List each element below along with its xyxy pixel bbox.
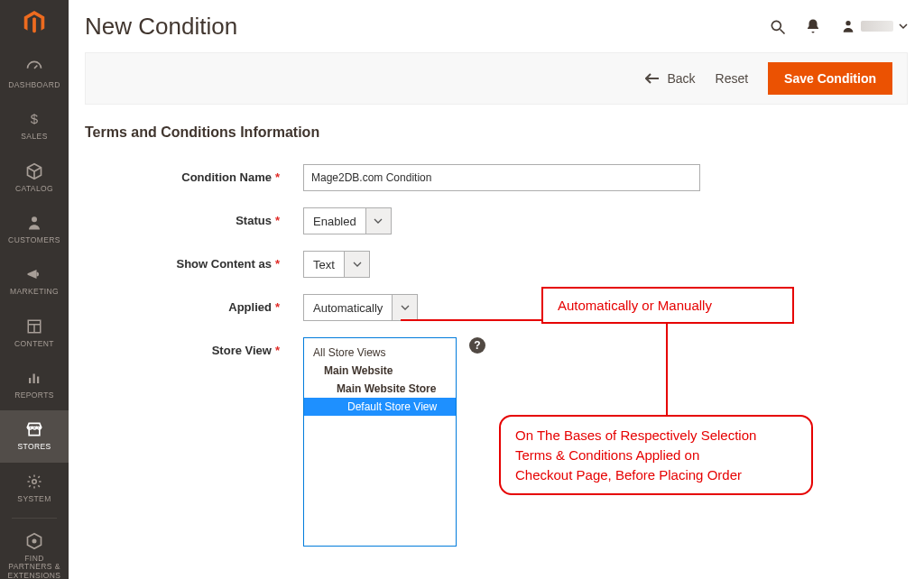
nav-label: MARKETING <box>10 288 59 296</box>
show-content-select[interactable]: Text <box>303 251 370 278</box>
label-show-content: Show Content as* <box>85 251 303 271</box>
back-label: Back <box>667 71 695 86</box>
label-store-view: Store View* <box>85 337 303 357</box>
layout-icon <box>24 317 44 336</box>
svg-rect-7 <box>37 377 39 384</box>
annotation-box-1: Automatically or Manually <box>541 287 794 324</box>
cube-icon <box>24 161 44 181</box>
dashboard-icon <box>24 58 44 78</box>
megaphone-icon <box>24 264 44 284</box>
chevron-down-icon <box>392 295 417 320</box>
reset-button[interactable]: Reset <box>716 71 749 86</box>
svg-point-12 <box>845 21 850 25</box>
store-view-option[interactable]: All Store Views <box>304 344 456 362</box>
nav-content[interactable]: CONTENT <box>0 308 69 359</box>
nav-marketing[interactable]: MARKETING <box>0 255 69 307</box>
svg-point-9 <box>32 539 35 542</box>
action-bar: Back Reset Save Condition <box>85 52 908 105</box>
store-view-option[interactable]: Default Store View <box>304 398 456 416</box>
bar-chart-icon <box>24 368 44 388</box>
main-content: New Condition Back Reset Save Condition … <box>69 0 924 579</box>
applied-select[interactable]: Automatically <box>303 294 418 321</box>
row-condition-name: Condition Name* <box>85 164 908 191</box>
svg-rect-6 <box>33 374 35 384</box>
nav-label: REPORTS <box>14 391 54 400</box>
save-button[interactable]: Save Condition <box>768 62 892 95</box>
save-label: Save Condition <box>784 71 876 86</box>
store-icon <box>24 419 44 439</box>
user-icon <box>841 19 855 33</box>
label-applied: Applied* <box>85 294 303 314</box>
row-status: Status* Enabled <box>85 207 908 234</box>
nav-separator <box>12 518 57 519</box>
back-button[interactable]: Back <box>645 71 695 86</box>
status-value: Enabled <box>304 208 365 234</box>
label-status: Status* <box>85 207 303 227</box>
nav-customers[interactable]: CUSTOMERS <box>0 204 69 255</box>
user-menu[interactable] <box>841 19 908 33</box>
page-title: New Condition <box>85 13 237 41</box>
svg-point-1 <box>32 216 37 222</box>
magento-logo[interactable] <box>20 9 49 36</box>
nav-label: SALES <box>21 133 47 141</box>
condition-name-input[interactable] <box>303 164 700 191</box>
search-icon[interactable] <box>769 18 785 34</box>
chevron-down-icon <box>344 252 369 277</box>
top-bar: New Condition <box>85 0 908 52</box>
top-actions <box>769 18 908 34</box>
nav-stores[interactable]: STORES <box>0 410 69 462</box>
nav-label: CATALOG <box>15 185 53 193</box>
nav-label: SYSTEM <box>17 495 51 503</box>
nav-label: STORES <box>17 443 51 451</box>
user-name <box>861 21 893 32</box>
svg-line-11 <box>781 30 785 34</box>
annotation-text: Checkout Page, Before Placing Order <box>515 465 797 485</box>
admin-sidebar: DASHBOARD $ SALES CATALOG CUSTOMERS MARK… <box>0 0 69 579</box>
partners-icon <box>24 531 44 551</box>
annotation-text: On The Bases of Respectively Selection <box>515 426 797 446</box>
section-heading: Terms and Conditions Information <box>85 124 908 141</box>
label-condition-name: Condition Name* <box>85 164 303 184</box>
store-view-option[interactable]: Main Website <box>304 362 456 380</box>
nav-label: DASHBOARD <box>8 81 60 89</box>
svg-point-10 <box>772 21 781 30</box>
dollar-icon: $ <box>24 109 44 129</box>
nav-dashboard[interactable]: DASHBOARD <box>0 49 69 100</box>
annotation-line <box>666 323 668 415</box>
store-view-option[interactable]: Main Website Store <box>304 380 456 398</box>
store-view-multiselect[interactable]: All Store Views Main Website Main Websit… <box>303 337 457 547</box>
help-icon[interactable]: ? <box>469 337 485 354</box>
nav-catalog[interactable]: CATALOG <box>0 152 69 204</box>
person-icon <box>24 213 44 233</box>
svg-point-8 <box>32 480 37 484</box>
nav-label: CONTENT <box>14 340 54 348</box>
annotation-text: Automatically or Manually <box>558 298 712 313</box>
chevron-down-icon <box>899 22 908 31</box>
nav-label: FIND PARTNERS & EXTENSIONS <box>2 555 67 579</box>
nav-label: CUSTOMERS <box>8 236 60 244</box>
show-content-value: Text <box>304 252 344 277</box>
nav-sales[interactable]: $ SALES <box>0 100 69 152</box>
svg-rect-5 <box>29 378 31 383</box>
annotation-box-2: On The Bases of Respectively Selection T… <box>499 415 813 495</box>
arrow-left-icon <box>645 73 660 84</box>
bell-icon[interactable] <box>805 18 821 34</box>
status-select[interactable]: Enabled <box>303 207 392 234</box>
nav-system[interactable]: SYSTEM <box>0 463 69 514</box>
reset-label: Reset <box>716 71 749 86</box>
row-show-content: Show Content as* Text <box>85 251 908 278</box>
nav-reports[interactable]: REPORTS <box>0 359 69 410</box>
annotation-text: Terms & Conditions Applied on <box>515 446 797 465</box>
gear-icon <box>24 472 44 492</box>
svg-text:$: $ <box>31 112 39 127</box>
chevron-down-icon <box>365 208 391 234</box>
nav-partners[interactable]: FIND PARTNERS & EXTENSIONS <box>0 522 69 579</box>
annotation-line <box>401 319 541 321</box>
applied-value: Automatically <box>304 295 392 320</box>
